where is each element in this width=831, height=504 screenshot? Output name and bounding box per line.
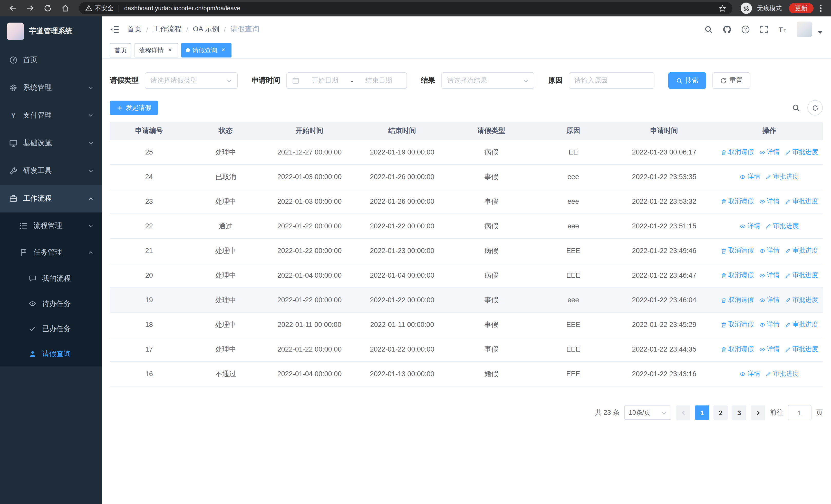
table-refresh-button[interactable] — [807, 100, 823, 116]
breadcrumb-item-workflow[interactable]: 工作流程 — [153, 25, 182, 34]
font-size-icon[interactable]: TT — [778, 25, 787, 34]
tab-leave-query[interactable]: 请假查询× — [181, 43, 231, 58]
approval-progress-link[interactable]: 审批进度 — [766, 222, 799, 231]
goto-page-input[interactable]: 1 — [788, 405, 811, 420]
update-button[interactable]: 更新 — [789, 3, 813, 13]
page-2-button[interactable]: 2 — [713, 406, 728, 420]
cancel-leave-link[interactable]: 取消请假 — [721, 197, 754, 206]
approval-progress-link[interactable]: 审批进度 — [785, 246, 818, 255]
apply-time-range-picker[interactable]: 开始日期 - 结束日期 — [286, 72, 407, 89]
approval-progress-link[interactable]: 审批进度 — [785, 345, 818, 354]
detail-link[interactable]: 详情 — [740, 173, 761, 181]
page-3-button[interactable]: 3 — [732, 406, 746, 420]
page-size-select[interactable]: 10条/页 — [624, 406, 671, 420]
hide-search-icon[interactable] — [792, 104, 800, 112]
detail-link[interactable]: 详情 — [759, 345, 780, 354]
detail-link[interactable]: 详情 — [759, 271, 780, 280]
page-1-button[interactable]: 1 — [695, 406, 709, 420]
op-label: 详情 — [748, 369, 761, 378]
forward-icon[interactable] — [26, 4, 34, 12]
detail-link[interactable]: 详情 — [740, 369, 761, 378]
sidebar-item-infrastructure[interactable]: 基础设施 — [0, 129, 102, 157]
table-row: 24已取消2022-01-03 00:00:002022-01-26 00:00… — [110, 165, 823, 189]
search-button[interactable]: 搜索 — [668, 72, 706, 89]
result-placeholder: 请选择流结果 — [447, 76, 520, 85]
sidebar-item-home[interactable]: 首页 — [0, 46, 102, 74]
security-label[interactable]: 不安全 — [95, 4, 113, 12]
table-row: 17处理中2022-01-22 00:00:002022-01-22 00:00… — [110, 337, 823, 362]
cell-leave-type: 病假 — [449, 246, 534, 255]
approval-progress-link[interactable]: 审批进度 — [785, 296, 818, 304]
approval-progress-link[interactable]: 审批进度 — [785, 271, 818, 280]
breadcrumb-item-leave-query: 请假查询 — [230, 25, 259, 34]
chevron-right-icon — [755, 410, 761, 415]
cell-reason: EEE — [534, 321, 612, 328]
home-icon[interactable] — [61, 4, 69, 12]
approval-progress-link[interactable]: 审批进度 — [766, 369, 799, 378]
address-bar[interactable]: 不安全 dashboard.yudao.iocoder.cn/bpm/oa/le… — [79, 2, 733, 14]
result-select[interactable]: 请选择流结果 — [441, 72, 534, 89]
next-page-button[interactable] — [751, 406, 765, 420]
cancel-leave-link[interactable]: 取消请假 — [721, 296, 754, 304]
cancel-leave-link[interactable]: 取消请假 — [721, 271, 754, 280]
bookmark-star-icon[interactable] — [719, 4, 726, 12]
help-icon[interactable]: ? — [741, 25, 750, 34]
detail-link[interactable]: 详情 — [740, 222, 761, 231]
approval-progress-link[interactable]: 审批进度 — [785, 320, 818, 329]
trash-icon — [721, 198, 727, 205]
refresh-icon — [812, 105, 819, 111]
cancel-leave-link[interactable]: 取消请假 — [721, 345, 754, 354]
breadcrumb-item-home[interactable]: 首页 — [127, 25, 142, 34]
create-leave-button[interactable]: 发起请假 — [110, 100, 158, 115]
trash-icon — [721, 248, 727, 254]
sidebar-item-todo-tasks[interactable]: 待办任务 — [0, 291, 102, 316]
github-icon[interactable] — [723, 25, 732, 34]
browser-menu-icon[interactable] — [820, 4, 822, 12]
detail-link[interactable]: 详情 — [759, 296, 780, 304]
sidebar-main-menu: 首页系统管理¥支付管理基础设施研发工具工作流程流程管理任务管理我的流程待办任务已… — [0, 46, 102, 366]
sidebar-item-my-processes[interactable]: 我的流程 — [0, 266, 102, 291]
detail-link[interactable]: 详情 — [759, 148, 780, 156]
sidebar-item-done-tasks[interactable]: 已办任务 — [0, 316, 102, 341]
cancel-leave-link[interactable]: 取消请假 — [721, 320, 754, 329]
reload-icon[interactable] — [44, 4, 52, 12]
cell-operations: 取消请假详情审批进度 — [716, 148, 823, 156]
caret-down-icon[interactable] — [818, 31, 823, 34]
cell-start-time: 2022-01-22 00:00:00 — [263, 247, 356, 255]
sidebar-item-task-management[interactable]: 任务管理 — [0, 239, 102, 266]
fullscreen-icon[interactable] — [760, 25, 768, 34]
breadcrumb-item-oa-example[interactable]: OA 示例 — [193, 25, 220, 34]
sidebar-item-workflow[interactable]: 工作流程 — [0, 185, 102, 212]
close-tab-icon[interactable]: × — [166, 47, 173, 54]
detail-link[interactable]: 详情 — [759, 246, 780, 255]
detail-link[interactable]: 详情 — [759, 320, 780, 329]
approval-progress-link[interactable]: 审批进度 — [785, 197, 818, 206]
tab-process-detail[interactable]: 流程详情× — [135, 43, 178, 58]
approval-progress-link[interactable]: 审批进度 — [785, 148, 818, 156]
reason-input[interactable]: 请输入原因 — [569, 72, 654, 89]
close-tab-icon[interactable]: × — [220, 47, 227, 54]
sidebar-item-leave-query[interactable]: 请假查询 — [0, 341, 102, 366]
sidebar-item-process-management[interactable]: 流程管理 — [0, 212, 102, 239]
tab-home[interactable]: 首页 — [110, 43, 132, 58]
collapse-sidebar-icon[interactable] — [110, 25, 119, 33]
goto-suffix: 页 — [816, 408, 823, 417]
reset-button[interactable]: 重置 — [712, 72, 750, 89]
url-text[interactable]: dashboard.yudao.iocoder.cn/bpm/oa/leave — [124, 5, 715, 12]
prev-page-button[interactable] — [676, 406, 690, 420]
sidebar-item-payment-management[interactable]: ¥支付管理 — [0, 101, 102, 129]
leave-type-select[interactable]: 请选择请假类型 — [145, 72, 238, 89]
sidebar-item-system-management[interactable]: 系统管理 — [0, 74, 102, 101]
search-icon[interactable] — [704, 25, 713, 34]
detail-link[interactable]: 详情 — [759, 197, 780, 206]
cancel-leave-link[interactable]: 取消请假 — [721, 246, 754, 255]
sidebar-item-dev-tools[interactable]: 研发工具 — [0, 157, 102, 185]
sidebar-item-label: 研发工具 — [23, 166, 52, 176]
back-icon[interactable] — [9, 4, 17, 12]
cancel-leave-link[interactable]: 取消请假 — [721, 148, 754, 156]
approval-progress-link[interactable]: 审批进度 — [766, 173, 799, 181]
cell-status: 处理中 — [189, 246, 263, 255]
total-count: 共 23 条 — [595, 408, 620, 417]
cell-status: 处理中 — [189, 197, 263, 206]
avatar[interactable] — [797, 22, 812, 37]
